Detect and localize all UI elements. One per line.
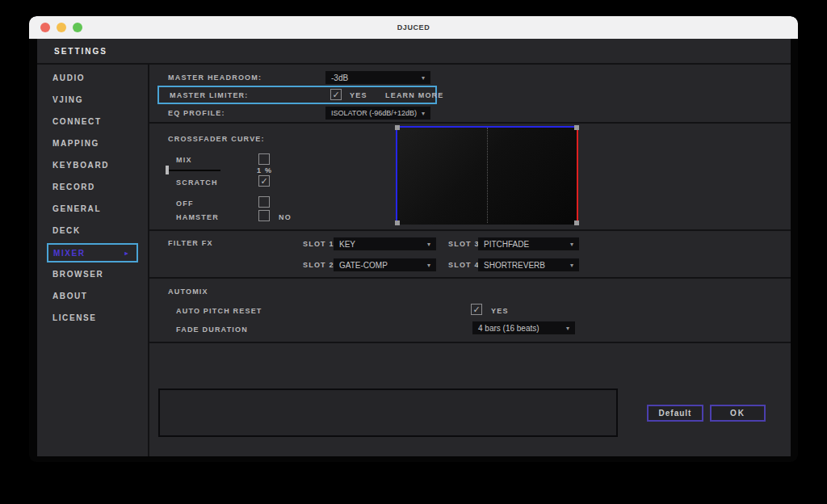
settings-panel: SETTINGS AUDIO VJING CONNECT MAPPING KEY… (37, 39, 791, 456)
master-limiter-label: MASTER LIMITER: (170, 91, 249, 99)
sidebar-item-about[interactable]: ABOUT (37, 285, 148, 307)
slot2-select[interactable]: GATE-COMP ▾ (334, 258, 436, 271)
crossfader-curve-label: CROSSFADER CURVE: (168, 135, 265, 143)
off-label: OFF (176, 200, 194, 208)
eq-profile-select[interactable]: ISOLATOR (-96dB/+12dB) ▾ (325, 107, 430, 120)
djuced-settings-window: DJUCED SETTINGS AUDIO VJING CONNECT MAPP… (29, 16, 798, 462)
sidebar-item-mapping[interactable]: MAPPING (37, 132, 148, 154)
mix-label: MIX (176, 156, 192, 164)
slot3-select[interactable]: PITCHFADE ▾ (478, 237, 579, 250)
mix-slider-handle[interactable] (166, 166, 169, 174)
chevron-down-icon: ▾ (566, 325, 569, 332)
footer-section: Default OK (149, 343, 791, 456)
automix-section: AUTOMIX AUTO PITCH RESET ✓ YES FADE DURA… (149, 279, 791, 343)
fade-duration-label: FADE DURATION (176, 326, 248, 334)
settings-sidebar: AUDIO VJING CONNECT MAPPING KEYBOARD REC… (37, 65, 149, 456)
slot2-value: GATE-COMP (339, 261, 388, 270)
off-checkbox[interactable] (258, 196, 270, 208)
mix-checkbox[interactable] (258, 153, 270, 165)
slot4-select[interactable]: SHORTREVERB ▾ (478, 258, 579, 271)
chevron-down-icon: ▾ (422, 110, 425, 117)
chevron-down-icon: ▾ (570, 241, 573, 248)
sidebar-item-mixer[interactable]: MIXER ▸ (47, 243, 138, 262)
slot3-value: PITCHFADE (484, 240, 529, 249)
slot3-label: SLOT 3 (448, 240, 480, 248)
sidebar-item-audio[interactable]: AUDIO (37, 67, 148, 89)
master-limiter-yes-label: YES (350, 91, 367, 99)
submenu-arrow-icon: ▸ (124, 250, 129, 257)
description-box (158, 388, 618, 437)
chevron-down-icon: ▾ (427, 262, 430, 269)
master-section: MASTER HEADROOM: -3dB ▾ MASTER LIMITER: … (149, 65, 791, 124)
curve-handle-bottom-right[interactable] (574, 220, 579, 225)
eq-profile-value: ISOLATOR (-96dB/+12dB) (331, 109, 417, 117)
mix-percent-value: 1 % (257, 166, 272, 174)
automix-label: AUTOMIX (168, 288, 208, 296)
hamster-no-label: NO (279, 213, 292, 221)
checkmark-icon: ✓ (332, 90, 339, 99)
checkmark-icon: ✓ (260, 177, 267, 186)
settings-header: SETTINGS (37, 39, 791, 65)
ok-button[interactable]: OK (710, 405, 766, 422)
scratch-label: SCRATCH (176, 178, 218, 187)
auto-pitch-yes-label: YES (491, 307, 509, 315)
sidebar-item-keyboard[interactable]: KEYBOARD (37, 154, 148, 176)
sidebar-item-deck[interactable]: DECK (37, 220, 148, 242)
slot2-label: SLOT 2 (303, 261, 334, 269)
sidebar-item-vjing[interactable]: VJING (37, 89, 148, 111)
auto-pitch-reset-checkbox[interactable]: ✓ (471, 304, 482, 315)
crossfader-section: CROSSFADER CURVE: MIX 1 % SCRATCH ✓ OFF … (149, 124, 791, 231)
master-limiter-highlight: MASTER LIMITER: ✓ YES LEARN MORE (157, 86, 437, 104)
fade-duration-value: 4 bars (16 beats) (478, 324, 539, 333)
sidebar-item-connect[interactable]: CONNECT (37, 111, 148, 132)
curve-handle-top-left[interactable] (395, 125, 400, 130)
window-body: SETTINGS AUDIO VJING CONNECT MAPPING KEY… (29, 39, 798, 462)
window-title: DJUCED (29, 23, 798, 32)
fade-duration-select[interactable]: 4 bars (16 beats) ▾ (472, 321, 575, 334)
hamster-label: HAMSTER (176, 213, 219, 221)
slot1-select[interactable]: KEY ▾ (334, 237, 436, 250)
master-headroom-label: MASTER HEADROOM: (168, 74, 262, 82)
chevron-down-icon: ▾ (422, 74, 425, 82)
filter-fx-section: FILTER FX SLOT 1 KEY ▾ SLOT 2 GATE-COMP … (149, 231, 791, 279)
slot1-label: SLOT 1 (303, 240, 334, 248)
sidebar-item-license[interactable]: LICENSE (37, 307, 148, 329)
sidebar-item-browser[interactable]: BROWSER (37, 263, 148, 285)
curve-right-channel-line (577, 126, 578, 225)
master-headroom-select[interactable]: -3dB ▾ (325, 71, 430, 84)
eq-profile-label: EQ PROFILE: (168, 109, 225, 117)
sidebar-item-general[interactable]: GENERAL (37, 198, 148, 220)
filter-fx-label: FILTER FX (168, 239, 213, 247)
curve-handle-bottom-left[interactable] (395, 220, 400, 225)
hamster-checkbox[interactable] (258, 210, 270, 221)
settings-title: SETTINGS (54, 47, 107, 56)
auto-pitch-reset-label: AUTO PITCH RESET (176, 307, 262, 315)
learn-more-link[interactable]: LEARN MORE (385, 91, 444, 99)
mixer-settings-main: MASTER HEADROOM: -3dB ▾ MASTER LIMITER: … (149, 65, 791, 456)
slot1-value: KEY (339, 240, 355, 249)
curve-handle-top-right[interactable] (574, 125, 579, 130)
crossfader-curve-display[interactable] (396, 126, 578, 225)
master-limiter-checkbox[interactable]: ✓ (330, 89, 342, 100)
chevron-down-icon: ▾ (427, 241, 430, 248)
slot4-value: SHORTREVERB (484, 261, 545, 270)
default-button[interactable]: Default (647, 405, 703, 422)
titlebar: DJUCED (29, 16, 798, 39)
chevron-down-icon: ▾ (570, 262, 573, 269)
sidebar-item-mixer-label: MIXER (53, 249, 86, 258)
checkmark-icon: ✓ (472, 305, 480, 314)
mix-slider-track[interactable] (167, 170, 220, 171)
slot4-label: SLOT 4 (448, 261, 480, 269)
curve-left-channel-line (396, 126, 397, 225)
curve-center-guide (487, 128, 488, 223)
master-headroom-value: -3dB (331, 74, 348, 82)
sidebar-item-record[interactable]: RECORD (37, 176, 148, 198)
scratch-checkbox[interactable]: ✓ (258, 175, 270, 187)
